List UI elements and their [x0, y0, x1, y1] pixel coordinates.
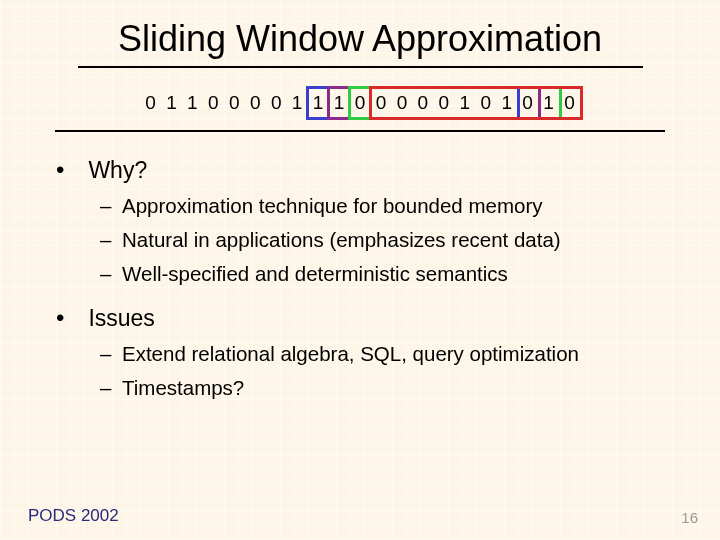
- bit-underline: [55, 130, 665, 132]
- bit-digit: 0: [203, 92, 224, 114]
- bit-digit: 1: [538, 92, 559, 114]
- bit-digit: 0: [224, 92, 245, 114]
- sub-bullet: Well-specified and deterministic semanti…: [100, 262, 668, 286]
- bit-digit: 1: [329, 92, 350, 114]
- bit-digit: 0: [350, 92, 371, 114]
- bit-digit: 0: [412, 92, 433, 114]
- bit-digit: 0: [559, 92, 580, 114]
- sub-bullet: Approximation technique for bounded memo…: [100, 194, 668, 218]
- bullet-issues: Issues Extend relational algebra, SQL, q…: [60, 304, 668, 400]
- page-number: 16: [681, 509, 698, 526]
- title-underline: [78, 66, 643, 68]
- bit-digit: 0: [475, 92, 496, 114]
- bit-digit: 1: [182, 92, 203, 114]
- bit-digit: 0: [433, 92, 454, 114]
- bit-digit: 0: [370, 92, 391, 114]
- bullet-issues-label: Issues: [88, 305, 154, 331]
- bit-digit: 1: [287, 92, 308, 114]
- bit-digit: 0: [517, 92, 538, 114]
- bit-digit: 1: [496, 92, 517, 114]
- bit-digit: 1: [308, 92, 329, 114]
- bullet-why: Why? Approximation technique for bounded…: [60, 156, 668, 286]
- sub-bullet: Natural in applications (emphasizes rece…: [100, 228, 668, 252]
- slide-body: Why? Approximation technique for bounded…: [60, 156, 668, 400]
- sub-bullet: Extend relational algebra, SQL, query op…: [100, 342, 668, 366]
- bit-digit: 0: [266, 92, 287, 114]
- footer-left: PODS 2002: [28, 506, 119, 526]
- bit-sequence-row: 011000011100000101010: [140, 86, 580, 126]
- sub-bullet: Timestamps?: [100, 376, 668, 400]
- bullet-why-label: Why?: [88, 157, 147, 183]
- slide-title: Sliding Window Approximation: [0, 0, 720, 60]
- bit-digit: 0: [245, 92, 266, 114]
- bit-digit: 0: [140, 92, 161, 114]
- bit-digit: 1: [454, 92, 475, 114]
- bit-digit: 1: [161, 92, 182, 114]
- bit-digit: 0: [391, 92, 412, 114]
